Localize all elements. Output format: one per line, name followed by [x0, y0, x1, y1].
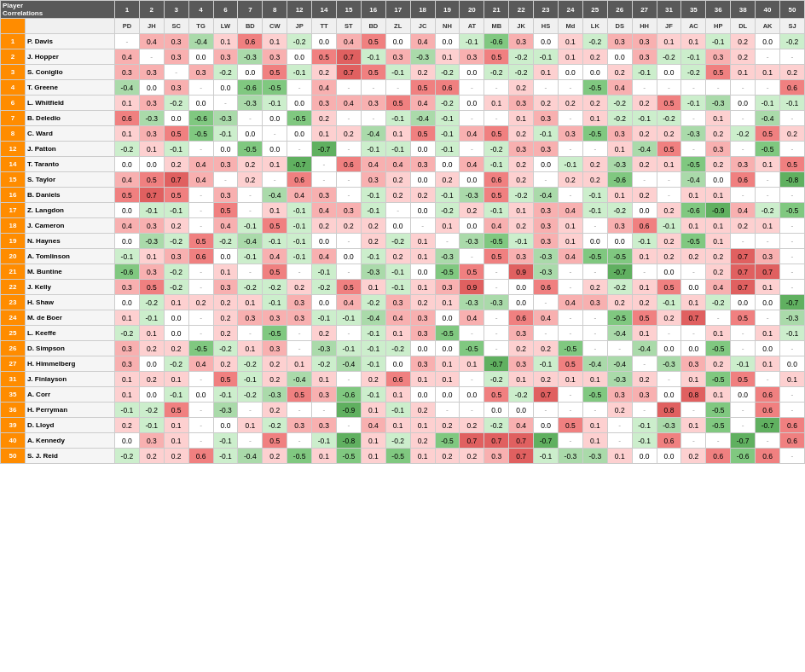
cell-value: 0.2 — [657, 203, 681, 218]
cell-value: 0.0 — [460, 387, 484, 403]
col-1: 1 — [114, 1, 139, 19]
cell-value: 0.3 — [706, 49, 731, 65]
cell-value: - — [657, 188, 681, 203]
cell-value: 0.2 — [607, 65, 632, 80]
cell-value: 0.7 — [756, 264, 780, 280]
cell-value: 0.4 — [336, 34, 361, 49]
cell-value: 0.3 — [164, 34, 188, 49]
cell-value: - — [484, 264, 509, 280]
cell-value: - — [607, 433, 632, 449]
cell-value: 0.6 — [706, 449, 731, 464]
cell-value: -0.1 — [238, 249, 263, 264]
cell-value: -0.5 — [435, 433, 460, 449]
cell-value: -0.2 — [780, 34, 805, 49]
cell-value: - — [632, 356, 657, 372]
cell-value: 0.8 — [681, 387, 706, 403]
cell-value: 0.3 — [410, 310, 435, 326]
cell-value: -0.2 — [385, 433, 410, 449]
table-row: 39D. Lloyd0.2-0.10.1-0.00.1-0.20.30.3-0.… — [1, 418, 805, 433]
cell-value: 0.3 — [139, 433, 164, 449]
cell-value: 0.0 — [780, 356, 805, 372]
cell-value: 0.2 — [632, 295, 657, 310]
cell-value: 0.4 — [336, 295, 361, 310]
cell-value: -0.5 — [435, 264, 460, 280]
cell-value: 0.4 — [460, 126, 484, 142]
cell-value: - — [681, 142, 706, 157]
cell-value: - — [706, 80, 731, 96]
cell-value: - — [731, 403, 756, 418]
cell-value: 0.3 — [114, 356, 139, 372]
cell-value: 0.2 — [410, 65, 435, 80]
cell-value: -0.5 — [484, 234, 509, 249]
cell-value: 0.7 — [534, 387, 559, 403]
cell-value: - — [312, 403, 337, 418]
cell-value: 0.3 — [164, 80, 188, 96]
cell-value: 0.6 — [534, 280, 559, 295]
col-19: 19 — [435, 1, 460, 19]
abbr-row-num — [1, 19, 26, 34]
cell-value: - — [558, 326, 582, 341]
cell-value: -0.4 — [238, 234, 263, 249]
cell-value: 0.5 — [731, 310, 756, 326]
cell-value: 0.4 — [188, 157, 213, 172]
correlations-table: PlayerCorrelations 1 2 3 4 6 7 8 12 14 1… — [0, 0, 805, 464]
column-numbers-row: PlayerCorrelations 1 2 3 4 6 7 8 12 14 1… — [1, 1, 805, 19]
cell-value: -0.5 — [706, 341, 731, 356]
cell-value: -0.5 — [263, 80, 287, 96]
cell-value: 0.0 — [582, 234, 607, 249]
cell-value: 0.2 — [361, 372, 385, 387]
cell-value: 0.4 — [139, 34, 164, 49]
cell-value: 0.0 — [657, 264, 681, 280]
cell-value: 0.0 — [139, 157, 164, 172]
cell-value: - — [263, 172, 287, 188]
cell-value: - — [263, 126, 287, 142]
cell-value: 0.2 — [410, 188, 435, 203]
correlation-data-body: 1P. Davis-0.40.3-0.40.10.60.1-0.20.00.40… — [1, 34, 805, 464]
cell-value: 0.2 — [312, 65, 337, 80]
cell-value: -0.3 — [213, 403, 238, 418]
cell-value: -0.2 — [361, 295, 385, 310]
cell-value: 0.3 — [312, 418, 337, 433]
cell-value: 0.2 — [558, 96, 582, 111]
cell-value: 0.0 — [706, 172, 731, 188]
cell-value: 0.2 — [534, 96, 559, 111]
abbr-JK: JK — [509, 19, 534, 34]
player-name: L. Whitfield — [25, 96, 114, 111]
cell-value: 0.2 — [385, 249, 410, 264]
cell-value: -0.3 — [558, 449, 582, 464]
cell-value: -0.1 — [681, 49, 706, 65]
cell-value: 0.1 — [657, 34, 681, 49]
cell-value: 0.5 — [263, 65, 287, 80]
cell-value: 0.1 — [263, 203, 287, 218]
cell-value: -0.5 — [582, 249, 607, 264]
cell-value: 0.1 — [706, 387, 731, 403]
cell-value: 0.2 — [509, 80, 534, 96]
cell-value: -0.4 — [361, 310, 385, 326]
cell-value: -0.5 — [287, 449, 312, 464]
cell-value: -0.3 — [435, 249, 460, 264]
cell-value: - — [558, 310, 582, 326]
cell-value: 0.1 — [361, 403, 385, 418]
table-row: 3S. Coniglio0.30.3-0.3-0.20.00.5-0.10.20… — [1, 65, 805, 80]
cell-value: 0.3 — [534, 142, 559, 157]
cell-value: 0.1 — [312, 372, 337, 387]
cell-value: 0.2 — [410, 295, 435, 310]
cell-value: - — [780, 341, 805, 356]
cell-value: 0.1 — [164, 295, 188, 310]
cell-value: 0.3 — [213, 188, 238, 203]
cell-value: 0.6 — [188, 449, 213, 464]
col-2: 2 — [139, 1, 164, 19]
cell-value: 0.3 — [188, 65, 213, 80]
cell-value: 0.1 — [385, 126, 410, 142]
cell-value: -0.2 — [385, 341, 410, 356]
player-name: L. Keeffe — [25, 326, 114, 341]
player-name: J. Patton — [25, 142, 114, 157]
cell-value: 0.3 — [114, 65, 139, 80]
cell-value: -0.1 — [681, 96, 706, 111]
cell-value: -0.1 — [361, 249, 385, 264]
cell-value: -0.3 — [706, 96, 731, 111]
cell-value: 0.6 — [756, 449, 780, 464]
cell-value: 0.2 — [632, 126, 657, 142]
cell-value: 0.3 — [385, 49, 410, 65]
cell-value: 0.1 — [312, 126, 337, 142]
